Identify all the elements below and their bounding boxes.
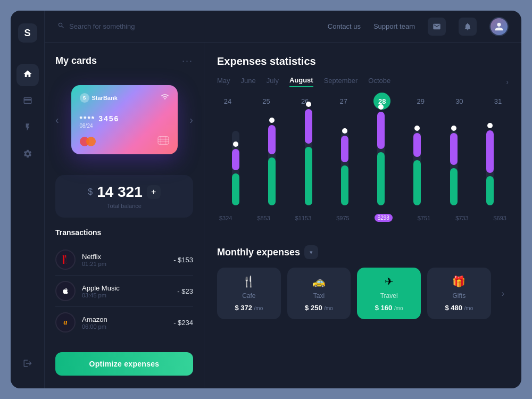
flash-icon: [23, 123, 32, 134]
monthly-dropdown-btn[interactable]: ▾: [304, 245, 318, 259]
bar-track-7: [486, 131, 494, 205]
more-button[interactable]: ···: [182, 55, 193, 66]
notification-button[interactable]: [459, 18, 477, 36]
bar-track-0: [232, 131, 239, 205]
apple-music-name: Apple Music: [82, 284, 171, 292]
card-icon: [23, 96, 32, 108]
expense-icon-travel: ✈: [385, 275, 394, 288]
balance-row: $ 14 321 +: [88, 184, 161, 201]
transaction-item-netflix[interactable]: Netflix 01:21 pm - $153: [55, 244, 193, 276]
tab-may[interactable]: May: [217, 77, 230, 87]
bar-group-0[interactable]: [219, 131, 252, 205]
bar-group-7[interactable]: [473, 131, 506, 205]
netflix-info: Netflix 01:21 pm: [82, 253, 167, 267]
expense-cards: 🍴Cafe$ 372 /mo🚕Taxi$ 250 /mo✈Travel$ 160…: [217, 268, 509, 319]
month-next-arrow[interactable]: ›: [506, 78, 509, 86]
avatar-image: [491, 18, 508, 35]
sidebar-nav: [16, 64, 39, 353]
monthly-header: Monthly expenses ▾: [217, 245, 509, 259]
date-25[interactable]: 25: [258, 93, 275, 110]
apple-icon: [55, 281, 76, 301]
bar-group-2[interactable]: [292, 131, 325, 205]
netflix-time: 01:21 pm: [82, 261, 167, 267]
date-29[interactable]: 29: [412, 93, 429, 110]
apple-music-info: Apple Music 03:45 pm: [82, 284, 171, 298]
svg-rect-0: [158, 137, 169, 145]
sidebar-item-home[interactable]: [16, 64, 39, 86]
bar-teal-7: [486, 176, 494, 205]
bar-group-6[interactable]: [437, 131, 470, 205]
date-26[interactable]: 26: [296, 93, 313, 110]
date-30[interactable]: 30: [451, 93, 468, 110]
carousel-prev[interactable]: ‹: [55, 114, 59, 126]
bar-amount-5: $751: [418, 215, 430, 221]
bar-purple-6: [450, 133, 458, 165]
date-27[interactable]: 27: [335, 93, 352, 110]
search-input[interactable]: [69, 22, 165, 30]
expense-card-gifts[interactable]: 🎁Gifts$ 480 /mo: [427, 268, 491, 319]
add-balance-button[interactable]: +: [147, 185, 161, 199]
my-cards-header: My cards ···: [55, 55, 193, 66]
card-number-section: **** 3456 08/24: [80, 110, 169, 129]
bar-purple-5: [413, 133, 421, 157]
expense-card-travel[interactable]: ✈Travel$ 160 /mo: [357, 268, 421, 319]
amazon-time: 06:00 pm: [82, 323, 167, 330]
tab-october[interactable]: Octobe: [368, 77, 390, 87]
sidebar-item-cards[interactable]: [16, 90, 39, 113]
bar-dot-3: [342, 128, 347, 134]
stats-title: Expenses statistics: [217, 55, 509, 68]
bar-group-1[interactable]: [255, 131, 288, 205]
expense-icon-gifts: 🎁: [452, 275, 466, 288]
balance-section: $ 14 321 + Total balance: [55, 175, 193, 218]
optimize-button[interactable]: Optimize expenses: [55, 352, 193, 376]
bar-purple-4: [377, 112, 385, 149]
tab-august[interactable]: August: [289, 76, 313, 87]
sidebar-item-settings[interactable]: [16, 144, 39, 166]
transactions-section: Transactions Netflix 01:21 pm - $153: [55, 228, 193, 344]
expense-amount-gifts: $ 480 /mo: [445, 304, 473, 312]
contact-link[interactable]: Contact us: [328, 22, 361, 30]
expense-card-cafe[interactable]: 🍴Cafe$ 372 /mo: [217, 268, 281, 319]
bar-group-5[interactable]: [401, 131, 434, 205]
monthly-title: Monthly expenses: [217, 247, 300, 258]
bar-group-4[interactable]: [364, 131, 397, 205]
bar-dot-6: [451, 126, 456, 131]
expense-card-taxi[interactable]: 🚕Taxi$ 250 /mo: [287, 268, 351, 319]
card-top: S StarBank: [80, 93, 169, 103]
support-link[interactable]: Support team: [373, 22, 415, 30]
tab-june[interactable]: June: [241, 77, 256, 87]
expense-amount-cafe: $ 372 /mo: [235, 304, 263, 312]
bar-group-3[interactable]: [328, 131, 361, 205]
bar-dot-2: [306, 102, 311, 107]
app-logo[interactable]: S: [18, 23, 37, 43]
svg-rect-2: [165, 137, 166, 145]
bar-dot-0: [233, 142, 238, 147]
bar-track-4: [377, 131, 385, 205]
bar-amount-3: $975: [336, 215, 349, 221]
card-bank-info: S StarBank: [80, 93, 118, 103]
tab-september[interactable]: September: [324, 77, 358, 87]
bar-teal-5: [413, 160, 421, 205]
date-31[interactable]: 31: [489, 93, 506, 110]
card-bank-name: StarBank: [92, 95, 118, 101]
balance-dollar-sign: $: [88, 187, 93, 197]
svg-rect-3: [158, 139, 169, 139]
search-icon: [57, 22, 65, 31]
my-cards-title: My cards: [55, 55, 97, 66]
transaction-item-amazon[interactable]: a Amazon 06:00 pm - $234: [55, 307, 193, 338]
mail-button[interactable]: [428, 18, 446, 36]
bar-purple-1: [268, 125, 276, 154]
date-24[interactable]: 24: [219, 93, 236, 110]
transaction-item-apple[interactable]: Apple Music 03:45 pm - $23: [55, 276, 193, 307]
sidebar-item-flash[interactable]: [16, 117, 39, 139]
amazon-name: Amazon: [82, 315, 167, 323]
expense-label-travel: Travel: [380, 292, 398, 300]
sidebar-bottom: [16, 353, 39, 376]
expense-next-arrow[interactable]: ›: [497, 285, 509, 303]
tab-july[interactable]: July: [267, 77, 279, 87]
sidebar-item-logout[interactable]: [16, 353, 39, 376]
avatar[interactable]: [489, 17, 509, 36]
carousel-next[interactable]: ›: [189, 114, 193, 126]
bar-track-5: [413, 131, 421, 205]
expense-amount-travel: $ 160 /mo: [375, 304, 403, 312]
